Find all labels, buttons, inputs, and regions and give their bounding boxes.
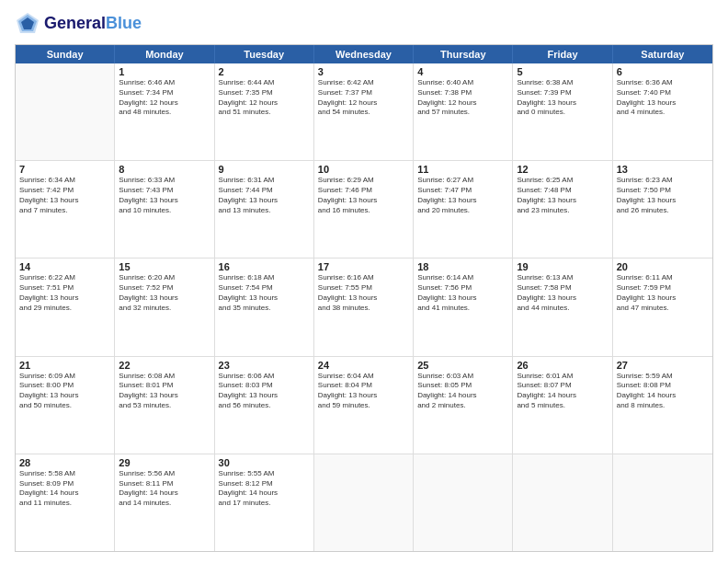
day-info: Sunrise: 6:11 AM Sunset: 7:59 PM Dayligh… bbox=[617, 273, 709, 313]
calendar-cell-23: 23Sunrise: 6:06 AM Sunset: 8:03 PM Dayli… bbox=[215, 357, 314, 454]
calendar-cell-24: 24Sunrise: 6:04 AM Sunset: 8:04 PM Dayli… bbox=[314, 357, 414, 454]
calendar-cell-10: 10Sunrise: 6:29 AM Sunset: 7:46 PM Dayli… bbox=[314, 161, 414, 258]
day-info: Sunrise: 5:59 AM Sunset: 8:08 PM Dayligh… bbox=[617, 372, 709, 411]
page: GeneralBlue SundayMondayTuesdayWednesday… bbox=[0, 0, 728, 563]
calendar-cell-17: 17Sunrise: 6:16 AM Sunset: 7:55 PM Dayli… bbox=[314, 259, 414, 355]
day-number: 11 bbox=[417, 164, 508, 175]
day-info: Sunrise: 6:23 AM Sunset: 7:50 PM Dayligh… bbox=[617, 176, 709, 215]
weekday-header-saturday: Saturday bbox=[613, 45, 712, 63]
day-number: 13 bbox=[617, 164, 709, 175]
calendar-cell-29: 29Sunrise: 5:56 AM Sunset: 8:11 PM Dayli… bbox=[115, 454, 214, 551]
day-info: Sunrise: 6:03 AM Sunset: 8:05 PM Dayligh… bbox=[417, 372, 508, 411]
day-info: Sunrise: 5:56 AM Sunset: 8:11 PM Dayligh… bbox=[119, 469, 210, 509]
calendar-cell-empty bbox=[513, 454, 612, 551]
day-info: Sunrise: 6:40 AM Sunset: 7:38 PM Dayligh… bbox=[417, 78, 508, 118]
day-number: 19 bbox=[517, 261, 608, 272]
day-number: 18 bbox=[417, 261, 508, 272]
calendar-cell-9: 9Sunrise: 6:31 AM Sunset: 7:44 PM Daylig… bbox=[215, 161, 314, 258]
day-info: Sunrise: 6:13 AM Sunset: 7:58 PM Dayligh… bbox=[517, 273, 608, 313]
calendar-cell-21: 21Sunrise: 6:09 AM Sunset: 8:00 PM Dayli… bbox=[16, 357, 115, 454]
day-info: Sunrise: 6:44 AM Sunset: 7:35 PM Dayligh… bbox=[219, 78, 310, 118]
day-info: Sunrise: 6:42 AM Sunset: 7:37 PM Dayligh… bbox=[318, 78, 409, 118]
day-number: 23 bbox=[219, 360, 310, 371]
day-info: Sunrise: 6:01 AM Sunset: 8:07 PM Dayligh… bbox=[517, 372, 608, 411]
calendar-cell-15: 15Sunrise: 6:20 AM Sunset: 7:52 PM Dayli… bbox=[115, 259, 214, 355]
day-number: 3 bbox=[318, 66, 409, 77]
calendar-body: 1Sunrise: 6:46 AM Sunset: 7:34 PM Daylig… bbox=[16, 63, 712, 551]
day-info: Sunrise: 6:36 AM Sunset: 7:40 PM Dayligh… bbox=[617, 78, 709, 118]
calendar-row-5: 28Sunrise: 5:58 AM Sunset: 8:09 PM Dayli… bbox=[16, 454, 712, 551]
calendar-cell-14: 14Sunrise: 6:22 AM Sunset: 7:51 PM Dayli… bbox=[16, 259, 115, 355]
calendar-cell-16: 16Sunrise: 6:18 AM Sunset: 7:54 PM Dayli… bbox=[215, 259, 314, 355]
day-info: Sunrise: 6:09 AM Sunset: 8:00 PM Dayligh… bbox=[19, 372, 110, 411]
weekday-header-monday: Monday bbox=[115, 45, 214, 63]
calendar-cell-20: 20Sunrise: 6:11 AM Sunset: 7:59 PM Dayli… bbox=[613, 259, 712, 355]
logo-text: GeneralBlue bbox=[44, 15, 142, 33]
day-info: Sunrise: 6:31 AM Sunset: 7:44 PM Dayligh… bbox=[219, 176, 310, 215]
calendar-cell-19: 19Sunrise: 6:13 AM Sunset: 7:58 PM Dayli… bbox=[513, 259, 612, 355]
calendar-cell-18: 18Sunrise: 6:14 AM Sunset: 7:56 PM Dayli… bbox=[414, 259, 513, 355]
day-number: 26 bbox=[517, 360, 608, 371]
day-info: Sunrise: 6:08 AM Sunset: 8:01 PM Dayligh… bbox=[119, 372, 210, 411]
calendar-cell-4: 4Sunrise: 6:40 AM Sunset: 7:38 PM Daylig… bbox=[414, 63, 513, 160]
calendar-cell-27: 27Sunrise: 5:59 AM Sunset: 8:08 PM Dayli… bbox=[613, 357, 712, 454]
day-number: 12 bbox=[517, 164, 608, 175]
day-number: 7 bbox=[19, 164, 110, 175]
day-info: Sunrise: 6:29 AM Sunset: 7:46 PM Dayligh… bbox=[318, 176, 409, 215]
day-info: Sunrise: 6:04 AM Sunset: 8:04 PM Dayligh… bbox=[318, 372, 409, 411]
day-number: 28 bbox=[19, 457, 110, 468]
weekday-header-wednesday: Wednesday bbox=[314, 45, 414, 63]
day-info: Sunrise: 6:20 AM Sunset: 7:52 PM Dayligh… bbox=[119, 273, 210, 313]
day-number: 25 bbox=[417, 360, 508, 371]
calendar-cell-1: 1Sunrise: 6:46 AM Sunset: 7:34 PM Daylig… bbox=[115, 63, 214, 160]
calendar-cell-empty bbox=[613, 454, 712, 551]
calendar-cell-7: 7Sunrise: 6:34 AM Sunset: 7:42 PM Daylig… bbox=[16, 161, 115, 258]
day-info: Sunrise: 6:22 AM Sunset: 7:51 PM Dayligh… bbox=[19, 273, 110, 313]
calendar-row-2: 7Sunrise: 6:34 AM Sunset: 7:42 PM Daylig… bbox=[16, 161, 712, 259]
day-number: 30 bbox=[219, 457, 310, 468]
weekday-header-tuesday: Tuesday bbox=[215, 45, 314, 63]
day-number: 9 bbox=[219, 164, 310, 175]
calendar: SundayMondayTuesdayWednesdayThursdayFrid… bbox=[15, 44, 713, 552]
day-info: Sunrise: 6:34 AM Sunset: 7:42 PM Dayligh… bbox=[19, 176, 110, 215]
weekday-header-sunday: Sunday bbox=[16, 45, 115, 63]
day-info: Sunrise: 6:16 AM Sunset: 7:55 PM Dayligh… bbox=[318, 273, 409, 313]
day-number: 10 bbox=[318, 164, 409, 175]
day-info: Sunrise: 6:06 AM Sunset: 8:03 PM Dayligh… bbox=[219, 372, 310, 411]
calendar-header: SundayMondayTuesdayWednesdayThursdayFrid… bbox=[16, 45, 712, 63]
calendar-cell-5: 5Sunrise: 6:38 AM Sunset: 7:39 PM Daylig… bbox=[513, 63, 612, 160]
day-info: Sunrise: 6:33 AM Sunset: 7:43 PM Dayligh… bbox=[119, 176, 210, 215]
day-number: 29 bbox=[119, 457, 210, 468]
calendar-cell-2: 2Sunrise: 6:44 AM Sunset: 7:35 PM Daylig… bbox=[215, 63, 314, 160]
day-number: 8 bbox=[119, 164, 210, 175]
logo: GeneralBlue bbox=[15, 11, 142, 37]
calendar-cell-13: 13Sunrise: 6:23 AM Sunset: 7:50 PM Dayli… bbox=[613, 161, 712, 258]
calendar-row-1: 1Sunrise: 6:46 AM Sunset: 7:34 PM Daylig… bbox=[16, 63, 712, 161]
calendar-cell-12: 12Sunrise: 6:25 AM Sunset: 7:48 PM Dayli… bbox=[513, 161, 612, 258]
calendar-row-3: 14Sunrise: 6:22 AM Sunset: 7:51 PM Dayli… bbox=[16, 259, 712, 356]
calendar-row-4: 21Sunrise: 6:09 AM Sunset: 8:00 PM Dayli… bbox=[16, 357, 712, 454]
calendar-cell-28: 28Sunrise: 5:58 AM Sunset: 8:09 PM Dayli… bbox=[16, 454, 115, 551]
calendar-cell-3: 3Sunrise: 6:42 AM Sunset: 7:37 PM Daylig… bbox=[314, 63, 414, 160]
day-number: 20 bbox=[617, 261, 709, 272]
header: GeneralBlue bbox=[15, 11, 713, 37]
calendar-cell-6: 6Sunrise: 6:36 AM Sunset: 7:40 PM Daylig… bbox=[613, 63, 712, 160]
day-number: 2 bbox=[219, 66, 310, 77]
day-info: Sunrise: 6:38 AM Sunset: 7:39 PM Dayligh… bbox=[517, 78, 608, 118]
calendar-cell-empty bbox=[16, 63, 115, 160]
day-number: 16 bbox=[219, 261, 310, 272]
calendar-cell-11: 11Sunrise: 6:27 AM Sunset: 7:47 PM Dayli… bbox=[414, 161, 513, 258]
logo-icon bbox=[15, 11, 40, 37]
calendar-cell-25: 25Sunrise: 6:03 AM Sunset: 8:05 PM Dayli… bbox=[414, 357, 513, 454]
calendar-cell-30: 30Sunrise: 5:55 AM Sunset: 8:12 PM Dayli… bbox=[215, 454, 314, 551]
day-number: 17 bbox=[318, 261, 409, 272]
calendar-cell-22: 22Sunrise: 6:08 AM Sunset: 8:01 PM Dayli… bbox=[115, 357, 214, 454]
calendar-cell-empty bbox=[314, 454, 414, 551]
day-number: 24 bbox=[318, 360, 409, 371]
day-info: Sunrise: 6:18 AM Sunset: 7:54 PM Dayligh… bbox=[219, 273, 310, 313]
calendar-cell-26: 26Sunrise: 6:01 AM Sunset: 8:07 PM Dayli… bbox=[513, 357, 612, 454]
day-info: Sunrise: 6:46 AM Sunset: 7:34 PM Dayligh… bbox=[119, 78, 210, 118]
day-number: 5 bbox=[517, 66, 608, 77]
day-number: 1 bbox=[119, 66, 210, 77]
calendar-cell-empty bbox=[414, 454, 513, 551]
